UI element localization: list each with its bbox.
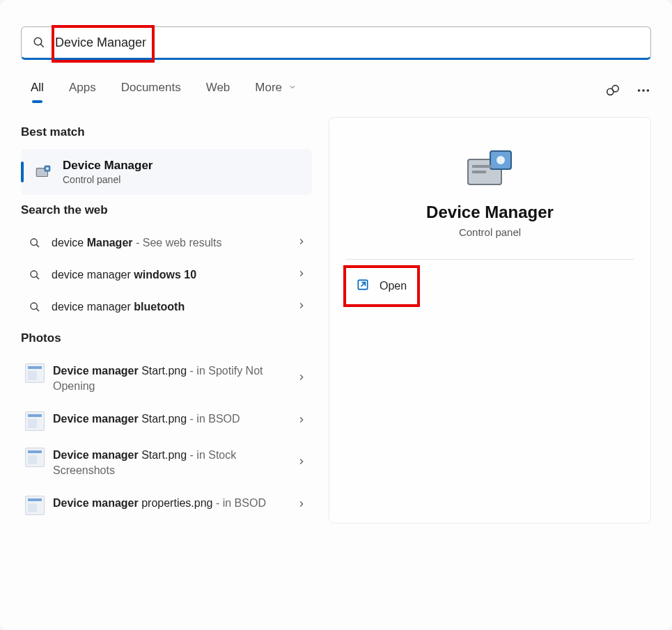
chevron-right-icon [297,372,306,385]
svg-line-11 [36,244,39,247]
tab-more[interactable]: More [255,81,296,103]
search-icon [33,36,45,49]
chat-icon[interactable] [605,83,620,101]
web-result-text: device manager bluetooth [52,301,297,313]
svg-point-3 [612,86,618,92]
chevron-down-icon [288,83,297,91]
svg-point-18 [497,156,505,164]
best-match-subtitle: Control panel [63,174,153,185]
search-bar-area [0,0,672,60]
search-window: All Apps Documents Web More Best match D… [0,0,672,630]
svg-rect-19 [472,165,492,168]
chevron-right-icon [297,415,306,427]
svg-rect-20 [472,171,486,173]
web-result-2[interactable]: device manager bluetooth [21,291,312,323]
section-photos: Photos [21,331,312,345]
photo-result-text: Device manager Start.png - in BSOD [53,411,297,427]
photo-thumb-icon [25,363,45,383]
search-box[interactable] [21,26,651,60]
photo-result-0[interactable]: Device manager Start.png - in Spotify No… [21,355,312,403]
tab-documents[interactable]: Documents [121,81,181,103]
svg-point-14 [31,303,37,309]
photo-result-1[interactable]: Device manager Start.png - in BSOD [21,403,312,439]
photo-result-text: Device manager Start.png - in Spotify No… [53,363,297,395]
photo-result-text: Device manager properties.png - in BSOD [53,496,297,511]
search-icon [25,269,45,281]
photo-result-3[interactable]: Device manager properties.png - in BSOD [21,487,312,523]
search-icon [25,237,45,249]
svg-point-4 [638,89,641,92]
more-options-icon[interactable] [636,83,651,101]
results-pane: Best match Device Manager Control panel … [21,117,312,523]
web-result-text: device manager windows 10 [52,269,297,281]
svg-line-13 [36,276,39,279]
detail-title: Device Manager [426,203,554,222]
search-icon [25,301,45,313]
best-match-item[interactable]: Device Manager Control panel [21,149,312,195]
chevron-right-icon [297,237,306,249]
chevron-right-icon [297,499,306,512]
best-match-title: Device Manager [63,159,153,173]
photo-thumb-icon [25,448,45,467]
svg-line-22 [361,283,366,287]
tab-web[interactable]: Web [206,81,230,103]
svg-point-0 [34,38,42,45]
detail-subtitle: Control panel [459,226,521,238]
photo-result-2[interactable]: Device manager Start.png - in Stock Scre… [21,439,312,487]
section-best-match: Best match [21,125,312,139]
chevron-right-icon [297,269,306,281]
device-manager-large-icon [462,145,518,190]
web-result-1[interactable]: device manager windows 10 [21,259,312,291]
best-match-text: Device Manager Control panel [63,159,153,185]
detail-pane: Device Manager Control panel Open [329,117,651,523]
open-action[interactable]: Open [346,272,416,300]
divider [346,259,634,260]
chevron-right-icon [297,457,306,469]
tab-apps[interactable]: Apps [69,81,96,103]
section-search-web: Search the web [21,203,312,217]
tab-all[interactable]: All [31,81,44,103]
svg-line-15 [36,308,39,311]
device-manager-icon [33,162,53,182]
photo-thumb-icon [25,496,45,515]
svg-point-6 [647,89,650,92]
svg-point-10 [31,239,37,245]
web-result-0[interactable]: device Manager - See web results [21,227,312,259]
svg-point-5 [642,89,645,92]
svg-point-12 [31,271,37,277]
open-icon [356,278,370,294]
tab-more-label: More [255,81,282,94]
svg-line-1 [40,44,44,47]
chevron-right-icon [297,301,306,313]
filter-tabs: All Apps Documents Web More [0,60,672,103]
content-area: Best match Device Manager Control panel … [0,103,672,544]
photo-thumb-icon [25,411,45,431]
search-input[interactable] [55,36,639,50]
open-label: Open [380,280,407,292]
photo-result-text: Device manager Start.png - in Stock Scre… [53,448,297,479]
svg-point-9 [46,168,48,170]
web-result-text: device Manager - See web results [52,237,297,249]
